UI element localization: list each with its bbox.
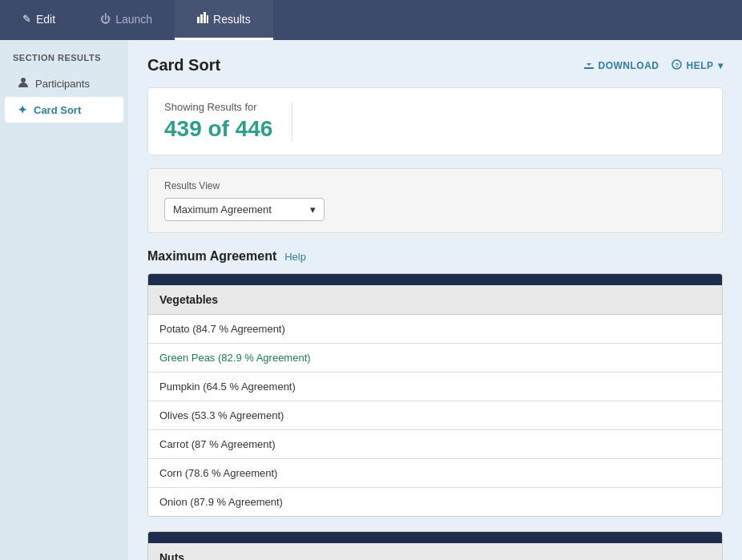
svg-rect-2 [204, 12, 206, 23]
download-label: DOWNLOAD [598, 60, 659, 71]
sidebar-section-label: Section Results [0, 53, 128, 71]
top-navigation: ✎ Edit ⏻ Launch Results [0, 0, 742, 40]
category-vegetables: Vegetables Potato (84.7 % Agreement) Gre… [147, 273, 723, 517]
svg-point-4 [21, 78, 26, 83]
results-divider [292, 102, 292, 142]
list-item: Corn (78.6 % Agreement) [148, 459, 722, 488]
sidebar-item-participants[interactable]: Participants [5, 71, 123, 97]
help-circle-icon: ? [671, 59, 682, 72]
results-label: Showing Results for [164, 101, 272, 113]
max-agreement-header: Maximum Agreement Help [147, 249, 723, 264]
tab-edit[interactable]: ✎ Edit [0, 0, 78, 40]
results-view-section: Results View Maximum Agreement ▾ [147, 168, 723, 233]
card-sort-icon: ✦ [18, 103, 27, 116]
category-nuts: Nuts Cashews (77.7 % Agreement) [147, 531, 723, 560]
help-label: HELP [686, 60, 713, 71]
header-actions: DOWNLOAD ? HELP ▾ [584, 59, 723, 72]
results-icon [197, 12, 208, 26]
sidebar: Section Results Participants ✦ Card Sort [0, 40, 128, 560]
list-item: Olives (53.3 % Agreement) [148, 401, 722, 430]
page-title: Card Sort [147, 56, 220, 75]
participants-icon [18, 77, 29, 91]
results-view-dropdown[interactable]: Maximum Agreement ▾ [164, 198, 325, 221]
content-header: Card Sort DOWNLOAD ? HELP ▾ [147, 56, 723, 75]
main-content: Card Sort DOWNLOAD ? HELP ▾ [128, 40, 742, 560]
max-agreement-title: Maximum Agreement [147, 249, 276, 264]
sidebar-item-card-sort-label: Card Sort [34, 104, 81, 116]
svg-rect-0 [197, 17, 200, 23]
main-layout: Section Results Participants ✦ Card Sort… [0, 40, 742, 560]
results-view-label: Results View [164, 180, 706, 191]
svg-rect-1 [200, 14, 203, 23]
sidebar-item-participants-label: Participants [35, 78, 90, 90]
help-chevron-icon: ▾ [718, 60, 724, 71]
edit-icon: ✎ [22, 13, 31, 25]
list-item: Potato (84.7 % Agreement) [148, 315, 722, 344]
list-item: Green Peas (82.9 % Agreement) [148, 344, 722, 373]
results-box: Showing Results for 439 of 446 [147, 87, 723, 155]
tab-launch-label: Launch [115, 13, 152, 26]
svg-rect-3 [207, 15, 208, 23]
results-info: Showing Results for 439 of 446 [164, 101, 272, 142]
vegetables-name: Vegetables [148, 285, 722, 315]
dropdown-value: Maximum Agreement [173, 203, 272, 216]
nuts-name: Nuts [148, 543, 722, 560]
dropdown-chevron-icon: ▾ [310, 203, 316, 216]
tab-results[interactable]: Results [175, 0, 273, 40]
download-button[interactable]: DOWNLOAD [584, 59, 659, 71]
tab-results-label: Results [213, 13, 251, 26]
list-item: Onion (87.9 % Agreement) [148, 488, 722, 516]
help-button[interactable]: ? HELP ▾ [671, 59, 723, 72]
nuts-header-bar [148, 532, 722, 543]
svg-text:?: ? [675, 62, 679, 69]
download-icon [584, 59, 594, 71]
results-count: 439 of 446 [164, 116, 272, 142]
tab-edit-label: Edit [36, 13, 55, 26]
list-item: Pumpkin (64.5 % Agreement) [148, 373, 722, 401]
tab-launch[interactable]: ⏻ Launch [78, 0, 175, 40]
list-item: Carrot (87 % Agreement) [148, 430, 722, 459]
max-agreement-help-link[interactable]: Help [284, 251, 306, 263]
vegetables-header-bar [148, 274, 722, 285]
sidebar-item-card-sort[interactable]: ✦ Card Sort [5, 97, 123, 123]
launch-icon: ⏻ [100, 13, 111, 25]
